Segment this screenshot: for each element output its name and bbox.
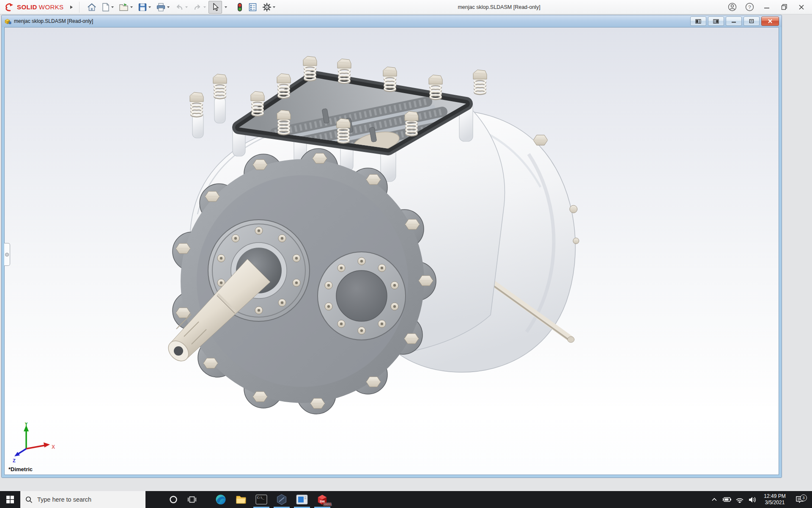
options-button[interactable] [260, 1, 278, 14]
app-window-controls: ? [727, 0, 807, 14]
doc-minimize-icon [731, 19, 736, 23]
redo-button[interactable] [190, 1, 208, 14]
toolbar-divider [79, 2, 80, 13]
gearbox-model[interactable] [4, 27, 779, 475]
file-properties-button[interactable] [246, 1, 260, 14]
open-button[interactable] [116, 1, 135, 14]
task-view-icon [188, 496, 196, 503]
home-button[interactable] [85, 1, 99, 14]
document-title: menjac sklop.SLDASM [Read-only] [14, 18, 93, 24]
account-button[interactable] [727, 2, 738, 13]
volume-icon[interactable] [746, 497, 759, 503]
save-icon [138, 3, 147, 12]
redo-dropdown[interactable] [203, 6, 206, 8]
solidworks-mark-icon [4, 3, 15, 12]
hexagon-app-icon [276, 494, 287, 505]
wifi-icon[interactable] [733, 497, 746, 503]
print-button[interactable] [154, 1, 172, 14]
windows-logo-icon [6, 496, 14, 503]
taskbar-app-hexagon[interactable] [272, 491, 292, 508]
taskbar-app-file-explorer[interactable] [231, 491, 251, 508]
clock-date: 3/5/2021 [759, 500, 791, 506]
new-document-button[interactable] [99, 1, 116, 14]
new-document-dropdown[interactable] [111, 6, 114, 8]
options-dropdown[interactable] [273, 6, 275, 8]
rebuild-button[interactable] [234, 1, 246, 14]
file-properties-icon [248, 3, 257, 12]
open-dropdown[interactable] [130, 6, 133, 8]
tray-chevron-up-icon[interactable] [708, 498, 721, 501]
system-tray: 12:49 PM 3/5/2021 3 [708, 491, 812, 508]
select-tool-button[interactable] [208, 1, 222, 14]
edge-icon [215, 494, 226, 505]
restore-icon [781, 4, 787, 10]
notification-count-badge: 3 [800, 494, 807, 501]
app-window-title: menjac sklop.SLDASM [Read-only] [458, 4, 540, 10]
save-dropdown[interactable] [148, 6, 151, 8]
clock-time: 12:49 PM [759, 493, 791, 500]
brand-text-bold: SOLID [17, 3, 37, 11]
print-icon [156, 3, 166, 12]
rebuild-traffic-light-icon [236, 2, 243, 12]
home-icon [87, 3, 96, 12]
show-pane-left-button[interactable] [690, 17, 706, 26]
taskbar-clock[interactable]: 12:49 PM 3/5/2021 [759, 493, 791, 506]
menu-flyout-arrow-icon[interactable] [70, 5, 73, 9]
undo-dropdown[interactable] [185, 6, 188, 8]
document-window-controls [690, 17, 779, 26]
triad-z-label: Z [13, 458, 16, 463]
app-restore-button[interactable] [779, 2, 790, 13]
brand-text-light: WORKS [39, 3, 64, 11]
doc-restore-button[interactable] [743, 17, 760, 26]
doc-close-icon [768, 19, 773, 23]
triad-x-label: X [52, 444, 55, 450]
app-root: SOLIDWORKS [0, 0, 812, 508]
solidworks-logo: SOLIDWORKS [4, 3, 64, 12]
new-document-icon [102, 3, 110, 12]
taskbar-app-command-prompt[interactable]: C:\_ [251, 491, 272, 508]
undo-button[interactable] [172, 1, 190, 14]
taskbar: C:\_ SW 2021 [0, 491, 812, 508]
search-input[interactable] [36, 496, 131, 503]
doc-restore-icon [749, 19, 754, 23]
assembly-document-icon [4, 18, 11, 25]
bearing-cover[interactable] [318, 252, 406, 340]
account-person-icon [728, 3, 737, 11]
orientation-triad[interactable]: Y X Z [11, 422, 55, 463]
doc-minimize-button[interactable] [726, 17, 742, 26]
action-center-button[interactable]: 3 [791, 496, 809, 503]
graphics-viewport[interactable]: Y X Z *Dimetric [2, 27, 782, 478]
doc-close-button[interactable] [761, 17, 779, 26]
select-cursor-icon [211, 3, 219, 12]
cortana-button[interactable] [164, 491, 183, 508]
splitter-dot-icon [5, 253, 9, 257]
view-orientation-label: *Dimetric [8, 466, 33, 472]
show-pane-right-button[interactable] [708, 17, 724, 26]
open-folder-icon [119, 3, 129, 12]
save-button[interactable] [135, 1, 154, 14]
help-button[interactable]: ? [744, 2, 755, 13]
app-minimize-button[interactable] [761, 2, 772, 13]
minimize-icon [764, 4, 770, 10]
taskbar-app-window[interactable] [292, 491, 312, 508]
start-button[interactable] [0, 491, 20, 508]
app-close-button[interactable] [796, 2, 807, 13]
svg-text:?: ? [748, 5, 751, 10]
redo-icon [193, 3, 202, 12]
taskbar-search[interactable] [20, 491, 145, 508]
command-prompt-icon: C:\_ [255, 494, 267, 505]
app-titlebar: SOLIDWORKS [0, 0, 812, 14]
help-icon: ? [745, 3, 754, 11]
pane-right-icon [713, 19, 719, 24]
print-dropdown[interactable] [167, 6, 170, 8]
triad-y-label: Y [25, 422, 28, 427]
featuremanager-collapse-tab[interactable] [4, 243, 10, 266]
select-tool-dropdown[interactable] [222, 1, 230, 14]
document-titlebar[interactable]: menjac sklop.SLDASM [Read-only] [2, 15, 782, 28]
task-view-button[interactable] [183, 491, 201, 508]
battery-charging-icon[interactable] [721, 497, 733, 502]
taskbar-app-solidworks[interactable]: SW 2021 [312, 491, 332, 508]
taskbar-app-edge[interactable] [211, 491, 231, 508]
options-gear-icon [262, 3, 272, 12]
triad-x-arrow[interactable] [44, 442, 50, 447]
